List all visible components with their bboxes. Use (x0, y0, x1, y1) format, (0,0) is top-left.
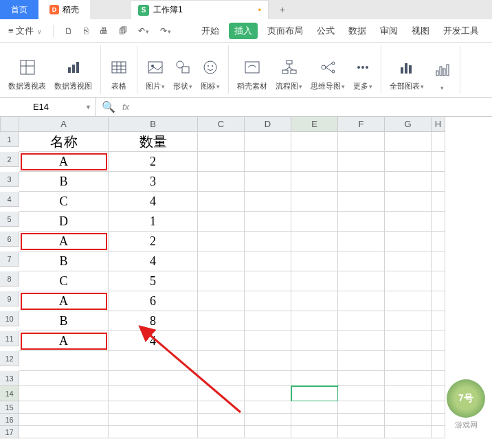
cell[interactable] (385, 232, 432, 251)
column-header[interactable]: G (385, 117, 432, 132)
cell[interactable]: 8 (109, 311, 198, 331)
cell[interactable]: B (19, 311, 109, 331)
cell[interactable] (19, 371, 109, 386)
name-box-dropdown[interactable]: ▼ (85, 104, 91, 111)
picture-button[interactable]: 图片▾ (142, 52, 169, 94)
cell[interactable] (245, 212, 291, 232)
spreadsheet-grid[interactable]: ABCDEFGH1名称数量2A23B34C45D16A27B48C59A610B… (0, 117, 492, 438)
cell[interactable] (338, 232, 385, 251)
cell[interactable]: 1 (109, 212, 198, 232)
cell[interactable]: 4 (109, 192, 198, 212)
name-box[interactable]: E14 ▼ (0, 98, 96, 116)
cell[interactable] (338, 192, 385, 212)
cell[interactable] (198, 251, 245, 271)
row-header[interactable]: 2 (0, 152, 19, 167)
cell[interactable] (385, 212, 432, 232)
row-header[interactable]: 14 (0, 386, 19, 401)
cell[interactable] (432, 426, 445, 438)
allcharts-button[interactable]: 全部图表▾ (385, 52, 428, 94)
chart-preset-button[interactable]: ▾ (428, 54, 456, 94)
cell[interactable] (338, 291, 385, 311)
cell[interactable] (245, 426, 291, 438)
menu-formula[interactable]: 公式 (313, 22, 339, 40)
cell[interactable] (432, 212, 445, 232)
cell[interactable]: 名称 (19, 132, 109, 152)
pivot-table-button[interactable]: 数据透视表 (4, 52, 50, 94)
cell[interactable]: B (19, 172, 109, 192)
cell[interactable] (245, 414, 291, 426)
menu-review[interactable]: 审阅 (376, 22, 402, 40)
dk-asset-button[interactable]: 稻壳素材 (233, 52, 271, 94)
cell[interactable] (291, 386, 338, 401)
cell[interactable] (385, 414, 432, 426)
cell[interactable] (245, 331, 291, 351)
cell[interactable] (198, 351, 245, 371)
cell[interactable]: 5 (109, 271, 198, 291)
menu-dev[interactable]: 开发工具 (439, 22, 483, 40)
redo-icon[interactable]: ↷▾ (157, 25, 174, 37)
cell[interactable] (109, 426, 198, 438)
cell[interactable] (385, 311, 432, 331)
icon-button[interactable]: 图标▾ (197, 52, 224, 94)
new-tab-button[interactable]: + (269, 0, 296, 19)
cell[interactable] (432, 271, 445, 291)
cell[interactable]: C (19, 271, 109, 291)
cell[interactable] (19, 401, 109, 414)
cell[interactable] (198, 271, 245, 291)
cell[interactable] (432, 371, 445, 386)
row-header[interactable]: 6 (0, 232, 19, 247)
cell[interactable]: B (19, 251, 109, 271)
cell[interactable] (19, 414, 109, 426)
undo-icon[interactable]: ↶▾ (135, 25, 152, 37)
cell[interactable] (198, 414, 245, 426)
cell[interactable]: A (19, 331, 109, 351)
column-header[interactable]: A (19, 117, 109, 132)
cell[interactable] (291, 291, 338, 311)
cell[interactable] (19, 386, 109, 401)
cell[interactable] (245, 371, 291, 386)
tab-workbook[interactable]: S 工作簿1 • (131, 0, 269, 19)
cell[interactable]: 2 (109, 232, 198, 251)
row-header[interactable]: 17 (0, 426, 19, 438)
menu-data[interactable]: 数据 (344, 22, 370, 40)
cell[interactable] (291, 172, 338, 192)
cell[interactable] (432, 192, 445, 212)
cell[interactable] (432, 351, 445, 371)
cell[interactable] (338, 311, 385, 331)
cell[interactable] (109, 414, 198, 426)
cell[interactable]: 3 (109, 172, 198, 192)
pivot-chart-button[interactable]: 数据透视图 (50, 52, 96, 94)
cell[interactable] (338, 426, 385, 438)
cell[interactable] (245, 291, 291, 311)
cell[interactable] (198, 212, 245, 232)
cell[interactable] (198, 192, 245, 212)
shapes-button[interactable]: 形状▾ (169, 52, 197, 94)
row-header[interactable]: 13 (0, 371, 19, 386)
cell[interactable] (385, 152, 432, 172)
cell[interactable] (385, 401, 432, 414)
print-preview-icon[interactable]: 🗐 (116, 25, 130, 37)
row-header[interactable]: 12 (0, 351, 19, 366)
cell[interactable] (291, 212, 338, 232)
cell[interactable] (291, 232, 338, 251)
row-header[interactable]: 1 (0, 132, 19, 147)
cell[interactable] (245, 386, 291, 401)
cell[interactable] (385, 371, 432, 386)
cell[interactable] (432, 232, 445, 251)
search-function-icon[interactable]: 🔍 (102, 100, 115, 113)
cell[interactable] (198, 386, 245, 401)
cell[interactable] (338, 172, 385, 192)
row-header[interactable]: 9 (0, 291, 19, 306)
cell[interactable] (338, 351, 385, 371)
menu-insert[interactable]: 插入 (229, 23, 258, 39)
cell[interactable] (385, 132, 432, 152)
cell[interactable] (385, 172, 432, 192)
column-header[interactable]: F (338, 117, 385, 132)
cell[interactable] (338, 331, 385, 351)
cell[interactable] (198, 172, 245, 192)
row-header[interactable]: 7 (0, 251, 19, 267)
cell[interactable] (245, 271, 291, 291)
cell[interactable] (19, 351, 109, 371)
row-header[interactable]: 11 (0, 331, 19, 346)
cell[interactable] (385, 386, 432, 401)
